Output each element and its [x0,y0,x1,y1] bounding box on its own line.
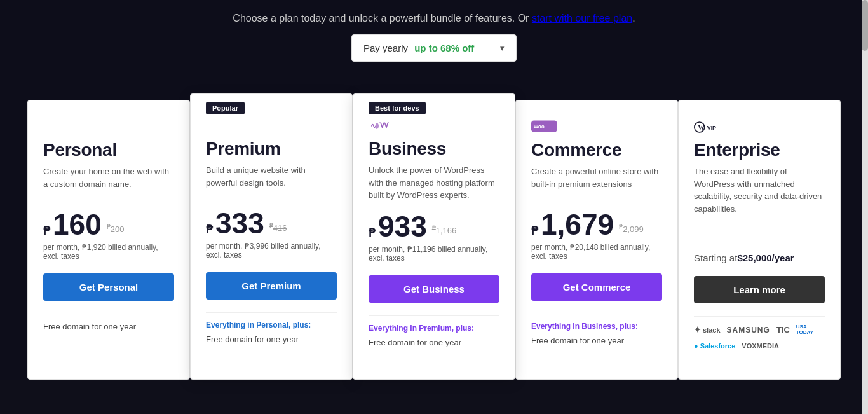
plan-premium-features-header: Everything in Personal, plus: [206,321,337,329]
plan-enterprise: W VIP Enterprise The ease and flexibilit… [678,100,841,380]
divider [206,312,337,313]
enterprise-logos: ✦ slack SAMSUNG TIC USA TODAY ● [694,324,825,350]
plan-commerce-desc: Create a powerful online store with buil… [531,165,662,200]
plan-commerce-icon: woo [531,118,662,136]
plan-business-desc: Unlock the power of WordPress with the m… [369,164,499,202]
billing-label: Pay yearly [363,43,408,53]
plan-enterprise-icon: W VIP [694,118,825,136]
best-for-devs-badge: Best for devs [369,102,426,114]
usa-today-logo: USA TODAY [796,324,813,336]
scrollbar-thumb[interactable] [862,0,868,51]
scrollbar[interactable] [862,0,868,414]
plan-commerce-feature-0: Free domain for one year [531,336,662,345]
plan-commerce-name: Commerce [531,140,662,160]
divider [369,315,499,316]
plan-premium-billing: per month, ₱3,996 billed annually, excl.… [206,242,337,261]
plan-personal: Personal Create your home on the web wit… [27,100,190,380]
get-commerce-button[interactable]: Get Commerce [531,273,662,301]
samsung-logo: SAMSUNG [727,326,770,335]
plan-business-feature-0: Free domain for one year [369,338,499,347]
plan-premium: Popular Premium Build a unique website w… [190,93,353,380]
get-premium-button[interactable]: Get Premium [206,272,337,300]
learn-more-button[interactable]: Learn more [694,276,825,303]
svg-text:W: W [698,124,705,131]
plan-personal-desc: Create your home on the web with a custo… [43,165,174,200]
plan-premium-name: Premium [206,139,337,159]
get-business-button[interactable]: Get Business [369,275,499,303]
plan-commerce-billing: per month, ₱20,148 billed annually, excl… [531,243,662,262]
plan-premium-desc: Build a unique website with powerful des… [206,164,337,198]
divider [694,316,825,317]
plan-enterprise-starting-price: Starting at $25,000/year [694,225,825,263]
plan-premium-price: ₱ 333 ₱416 [206,209,337,238]
plan-business-price: ₱ 933 ₱1,166 [369,212,499,241]
get-personal-button[interactable]: Get Personal [43,273,174,301]
plan-business-billing: per month, ₱11,196 billed annually, excl… [369,245,499,264]
plan-enterprise-desc: The ease and flexibility of WordPress wi… [694,165,825,215]
plan-personal-icon [43,118,174,136]
billing-toggle[interactable]: Pay yearly up to 68% off ▾ [351,34,517,62]
free-plan-link[interactable]: start with our free plan [532,13,632,24]
popular-badge: Popular [206,102,245,114]
plan-premium-feature-0: Free domain for one year [206,335,337,344]
plan-enterprise-name: Enterprise [694,140,825,160]
plan-business-features-header: Everything in Premium, plus: [369,324,499,333]
svg-text:woo: woo [533,123,545,130]
slack-logo: ✦ slack [694,325,721,335]
plan-personal-feature-0: Free domain for one year [43,322,174,331]
plan-premium-icon [206,117,337,135]
divider [43,314,174,314]
plan-personal-name: Personal [43,140,174,160]
hero-subtitle: Choose a plan today and unlock a powerfu… [13,13,855,24]
plan-commerce-features-header: Everything in Business, plus: [531,322,662,331]
salesforce-logo: ● Salesforce [694,342,735,350]
tic-logo: TIC [776,325,790,335]
plan-business-icon [369,117,389,135]
vox-media-logo: VOXMEDIA [742,342,779,350]
divider [531,314,662,314]
plans-container: Personal Create your home on the web wit… [8,100,860,380]
chevron-down-icon: ▾ [500,43,505,53]
plan-business-name: Business [369,139,499,159]
billing-savings: up to 68% off [414,43,474,53]
plan-personal-billing: per month, ₱1,920 billed annually, excl.… [43,243,174,262]
plan-business: Best for devs Business Unlock the power … [353,93,515,380]
svg-text:VIP: VIP [707,125,716,131]
plan-commerce: woo Commerce Create a powerful online st… [515,100,678,380]
plan-personal-price: ₱ 160 ₱200 [43,210,174,239]
plan-commerce-price: ₱ 1,679 ₱2,099 [531,210,662,239]
